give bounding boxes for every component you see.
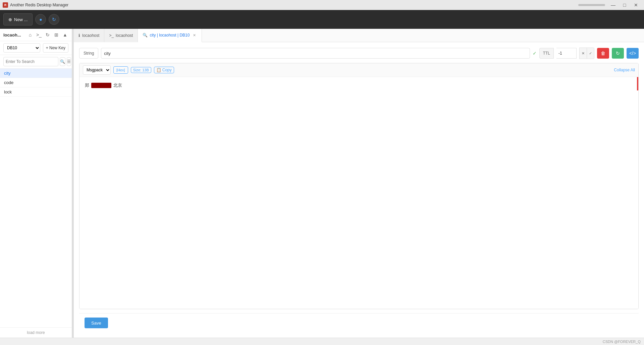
sidebar-db-row: DB10 + New Key <box>0 41 72 55</box>
scroll-indicator <box>637 77 638 90</box>
redacted-value <box>91 83 111 88</box>
new-button-label: New ... <box>14 17 28 22</box>
info-tab-label: locaohost <box>82 33 99 38</box>
refresh-icon: ↻ <box>52 17 56 22</box>
search-button[interactable]: 🔍 <box>60 57 65 66</box>
progress-bar <box>578 4 605 6</box>
key-tab-icon: 🔍 <box>143 33 148 38</box>
search-row: 🔍 ☰ <box>0 55 72 69</box>
format-select[interactable]: Msgpack <box>83 65 111 75</box>
value-content: 郑 北京 <box>79 77 638 309</box>
content-area: locaoh... ⌂ >_ ↻ ⊞ ▲ DB10 + New Key 🔍 ☰ <box>0 29 644 338</box>
terminal-icon[interactable]: >_ <box>36 31 42 38</box>
app: ⊕ New ... ● ↻ locaoh... ⌂ >_ ↻ ⊞ ▲ <box>0 10 644 345</box>
tab-city-key[interactable]: 🔍 city | locaohost | DB10 ✕ <box>138 29 202 42</box>
sidebar-icon-group: ⌂ >_ ↻ ⊞ ▲ <box>27 31 68 38</box>
key-list: city code lock <box>0 69 72 327</box>
filter-button[interactable]: ☰ <box>67 57 71 66</box>
new-key-button[interactable]: + New Key <box>43 43 68 53</box>
connection-icon-button[interactable]: ● <box>35 14 46 25</box>
save-button[interactable]: Save <box>85 318 108 328</box>
titlebar-left: R Another Redis Desktop Manager <box>3 2 68 8</box>
home-icon[interactable]: ⌂ <box>27 31 34 38</box>
value-suffix: 北京 <box>113 82 122 88</box>
key-name-input[interactable] <box>101 48 530 59</box>
refresh-icon-button[interactable]: ↻ <box>49 14 59 25</box>
close-button[interactable]: ✕ <box>631 1 641 9</box>
footer-text: CSDN @FOREVER_Q <box>603 340 641 344</box>
database-select[interactable]: DB10 <box>3 43 40 53</box>
code-view-button[interactable]: </> <box>627 48 639 59</box>
key-toolbar: String ✓ TTL ✕ ✓ 🗑 ↻ <box>79 48 639 59</box>
copy-button[interactable]: 📋 Copy <box>154 67 174 73</box>
size-tag: Size: 13B <box>131 67 151 73</box>
tab-locahost-info[interactable]: ℹ locaohost <box>74 29 104 42</box>
ttl-label: TTL <box>539 48 554 59</box>
key-editor: String ✓ TTL ✕ ✓ 🗑 ↻ <box>74 42 644 338</box>
delete-icon: 🗑 <box>601 51 605 56</box>
load-more-button[interactable]: load more <box>0 327 72 338</box>
titlebar: R Another Redis Desktop Manager — □ ✕ <box>0 0 644 10</box>
sidebar: locaoh... ⌂ >_ ↻ ⊞ ▲ DB10 + New Key 🔍 ☰ <box>0 29 72 338</box>
value-text: 郑 北京 <box>85 82 633 88</box>
hex-tag-button[interactable]: [Hex] <box>113 66 128 74</box>
footer: CSDN @FOREVER_Q <box>0 338 644 345</box>
ttl-input[interactable] <box>556 48 577 59</box>
copy-icon: 📋 <box>156 68 161 72</box>
tab-locahost-cli[interactable]: >_ locaohost <box>104 29 138 42</box>
ttl-buttons: ✕ ✓ <box>579 48 594 59</box>
confirm-key-icon: ✓ <box>533 51 537 56</box>
info-tab-icon: ℹ <box>78 33 80 38</box>
copy-label: Copy <box>162 68 172 72</box>
new-connection-button[interactable]: ⊕ New ... <box>3 13 33 25</box>
toolbar: ⊕ New ... ● ↻ <box>0 10 644 29</box>
connection-icon: ● <box>39 17 42 22</box>
refresh-key-icon: ↻ <box>616 51 620 56</box>
key-item-code[interactable]: code <box>0 78 72 87</box>
tab-close-button[interactable]: ✕ <box>192 32 197 38</box>
sidebar-header: locaoh... ⌂ >_ ↻ ⊞ ▲ <box>0 29 72 41</box>
type-badge: String <box>79 48 98 59</box>
search-input[interactable] <box>3 57 58 66</box>
app-title: Another Redis Desktop Manager <box>10 3 68 7</box>
app-logo: R <box>3 2 8 8</box>
tab-bar: ℹ locaohost >_ locaohost 🔍 city | locaoh… <box>74 29 644 42</box>
resize-handle[interactable] <box>72 29 74 338</box>
new-icon: ⊕ <box>8 17 12 22</box>
value-toolbar: Msgpack [Hex] Size: 13B 📋 Copy Collapse … <box>79 63 638 77</box>
sync-icon[interactable]: ↻ <box>44 31 51 38</box>
key-tab-label: city | locaohost | DB10 <box>150 33 190 38</box>
code-icon: </> <box>629 51 636 56</box>
value-prefix: 郑 <box>85 82 89 88</box>
maximize-button[interactable]: □ <box>619 1 630 9</box>
refresh-key-button[interactable]: ↻ <box>612 48 624 59</box>
window-controls: — □ ✕ <box>608 1 641 9</box>
cli-tab-icon: >_ <box>109 33 114 38</box>
ttl-confirm-button[interactable]: ✓ <box>587 48 594 59</box>
ttl-clear-button[interactable]: ✕ <box>579 48 587 59</box>
key-item-city[interactable]: city <box>0 69 72 78</box>
sidebar-connection-title: locaoh... <box>3 32 21 38</box>
main-panel: ℹ locaohost >_ locaohost 🔍 city | locaoh… <box>74 29 644 338</box>
collapse-sidebar-icon[interactable]: ▲ <box>62 31 68 38</box>
collapse-all-button[interactable]: Collapse All <box>614 68 635 72</box>
cli-tab-label: locaohost <box>116 33 133 38</box>
delete-key-button[interactable]: 🗑 <box>597 48 609 59</box>
grid-icon[interactable]: ⊞ <box>53 31 60 38</box>
save-area: Save <box>79 313 639 332</box>
minimize-button[interactable]: — <box>608 1 619 9</box>
value-section: Msgpack [Hex] Size: 13B 📋 Copy Collapse … <box>79 63 639 309</box>
key-item-lock[interactable]: lock <box>0 87 72 97</box>
